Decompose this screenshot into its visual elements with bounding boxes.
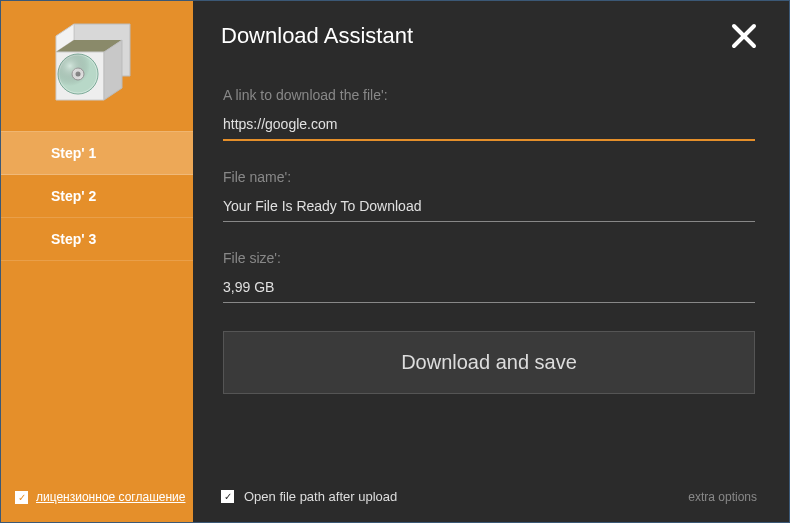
download-save-button[interactable]: Download and save <box>223 331 755 394</box>
filename-input[interactable] <box>223 198 755 214</box>
footer: ✓ Open file path after upload extra opti… <box>221 489 757 504</box>
link-field: A link to download the file': <box>223 87 755 141</box>
sidebar: Step' 1 Step' 2 Step' 3 ✓ лицензионное с… <box>1 1 193 522</box>
step-3[interactable]: Step' 3 <box>1 218 193 261</box>
license-row: ✓ лицензионное соглашение <box>15 490 185 504</box>
filesize-label: File size': <box>223 250 755 266</box>
form-area: A link to download the file': File name'… <box>221 87 757 394</box>
step-1[interactable]: Step' 1 <box>1 131 193 175</box>
filesize-input[interactable] <box>223 279 755 295</box>
open-path-checkbox-row[interactable]: ✓ Open file path after upload <box>221 489 397 504</box>
filename-field: File name': <box>223 169 755 222</box>
svg-point-9 <box>58 54 98 94</box>
close-icon[interactable] <box>731 23 757 49</box>
link-input[interactable] <box>223 116 755 132</box>
license-checkbox[interactable]: ✓ <box>15 491 28 504</box>
steps-list: Step' 1 Step' 2 Step' 3 <box>1 131 193 261</box>
license-agreement-link[interactable]: лицензионное соглашение <box>36 490 185 504</box>
main-panel: Download Assistant A link to download th… <box>193 1 789 522</box>
filename-label: File name': <box>223 169 755 185</box>
step-2[interactable]: Step' 2 <box>1 175 193 218</box>
open-path-checkbox[interactable]: ✓ <box>221 490 234 503</box>
link-label: A link to download the file': <box>223 87 755 103</box>
header: Download Assistant <box>221 23 757 49</box>
open-path-label: Open file path after upload <box>244 489 397 504</box>
page-title: Download Assistant <box>221 23 413 49</box>
filesize-field: File size': <box>223 250 755 303</box>
installer-box-icon <box>1 1 193 131</box>
extra-options-link[interactable]: extra options <box>688 490 757 504</box>
